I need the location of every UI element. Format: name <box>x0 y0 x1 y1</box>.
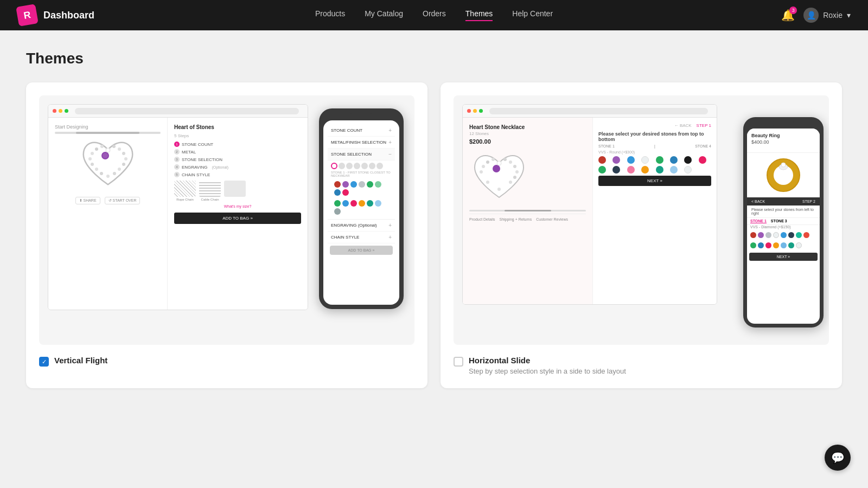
mobile-screen-right: Beauty Ring $400.00 <box>747 129 820 324</box>
stone-7[interactable] <box>684 156 692 164</box>
chat-button[interactable]: 💬 <box>825 445 851 471</box>
theme-card-vertical: Start Designing <box>26 82 427 388</box>
browser-mockup-horizontal: Heart Stone Necklace 12 Stones $200.00 <box>462 104 717 305</box>
product-left-panel-right: Heart Stone Necklace 12 Stones $200.00 <box>463 118 593 304</box>
nav-themes[interactable]: Themes <box>465 9 493 21</box>
chain-cable-image <box>199 181 221 197</box>
stone-11[interactable] <box>627 166 635 174</box>
m-stone-r-10[interactable] <box>758 242 764 248</box>
whats-link[interactable]: What's my size? <box>174 204 301 208</box>
user-menu[interactable]: 👤 Roxie ▾ <box>803 8 851 23</box>
chain-cable-label: Cable Chain <box>199 198 221 201</box>
mobile-add-to-bag[interactable]: ADD TO BAG » <box>330 246 393 255</box>
chain-other-image <box>224 181 246 197</box>
svg-point-27 <box>509 181 512 184</box>
stone-2[interactable] <box>612 156 620 164</box>
chain-rope-image <box>174 181 196 197</box>
stone-6[interactable] <box>670 156 678 164</box>
add-to-bag-desktop[interactable]: ADD TO BAG » <box>174 213 301 224</box>
nav-catalog[interactable]: My Catalog <box>365 9 403 21</box>
svg-point-2 <box>100 145 104 148</box>
svg-point-8 <box>122 163 125 166</box>
tab-product-details[interactable]: Product Details <box>469 217 495 221</box>
stones-grid-right-2 <box>598 166 711 174</box>
chat-icon: 💬 <box>831 451 845 464</box>
step-item-2: 2 METAL <box>174 149 301 155</box>
horizontal-slide-checkbox[interactable] <box>454 357 463 367</box>
nav-products[interactable]: Products <box>315 9 345 21</box>
next-button-right[interactable]: NEXT » <box>598 176 711 186</box>
chain-cable: Cable Chain <box>199 181 221 201</box>
mobile-expand-2[interactable]: + <box>388 139 392 145</box>
mobile-next-right[interactable]: NEXT » <box>749 253 818 261</box>
mobile-stones-row-2 <box>331 198 392 217</box>
m-stone-r-1[interactable] <box>750 232 756 238</box>
svg-point-22 <box>503 158 507 161</box>
mobile-back-right: < BACK <box>751 200 765 203</box>
start-over-button[interactable]: ↺ START OVER <box>105 197 141 204</box>
chain-rope: Rope Chain <box>174 181 196 201</box>
stone-14[interactable] <box>670 166 678 174</box>
m-stone-r-5[interactable] <box>781 232 787 238</box>
product-name-right: Heart Stone Necklace <box>469 124 525 130</box>
m-stone-r-3[interactable] <box>765 232 771 238</box>
notification-badge: 3 <box>789 7 797 14</box>
m-stone-r-4[interactable] <box>773 232 779 238</box>
step-item-4: 4 ENGRAVING (Optional) <box>174 164 301 170</box>
detail-tabs: Product Details Shipping + Returns Custo… <box>469 214 586 221</box>
m-stone-r-7[interactable] <box>796 232 802 238</box>
stone-8[interactable] <box>699 156 706 164</box>
user-dropdown-icon: ▾ <box>847 11 851 20</box>
mobile-expand-3[interactable]: − <box>388 151 392 157</box>
nav-help[interactable]: Help Center <box>512 9 553 21</box>
mobile-expand-5[interactable]: + <box>388 234 392 240</box>
nav-orders[interactable]: Orders <box>423 9 446 21</box>
m-stone-r-15[interactable] <box>796 242 802 248</box>
stone-15[interactable] <box>684 166 692 174</box>
nav-right: 🔔 3 👤 Roxie ▾ <box>781 8 851 23</box>
browser-dot-green-r <box>479 109 483 113</box>
product-slider <box>55 132 161 134</box>
stone-12[interactable] <box>641 166 649 174</box>
mobile-expand-1[interactable]: + <box>388 127 392 133</box>
stone-4[interactable] <box>641 156 649 164</box>
m-stone-r-2[interactable] <box>758 232 764 238</box>
stone-1[interactable] <box>598 156 606 164</box>
stone-3[interactable] <box>627 156 635 164</box>
tab-reviews[interactable]: Customer Reviews <box>536 217 568 221</box>
mobile-step-stone-count: STONE COUNT + <box>328 125 395 137</box>
step-label-1: STONE COUNT <box>182 142 213 147</box>
m-stone-r-11[interactable] <box>765 242 771 248</box>
m-stone-r-12[interactable] <box>773 242 779 248</box>
notification-button[interactable]: 🔔 3 <box>781 9 795 22</box>
m-stone-r-13[interactable] <box>781 242 787 248</box>
stone-10[interactable] <box>612 166 620 174</box>
m-stone-r-14[interactable] <box>788 242 794 248</box>
tab-shipping[interactable]: Shipping + Returns <box>499 217 532 221</box>
theme-check-area-vertical: ✓ Vertical Flight <box>39 356 414 367</box>
stone-nav-2: STONE 4 <box>695 144 711 148</box>
stone-9[interactable] <box>598 166 606 174</box>
svg-point-18 <box>106 148 110 152</box>
m-stone-r-6[interactable] <box>788 232 794 238</box>
step-label: STEP 1 <box>697 123 711 128</box>
svg-point-1 <box>95 147 98 151</box>
stone-nav-1: STONE 1 <box>598 144 615 148</box>
svg-point-9 <box>118 168 121 171</box>
stone-5[interactable] <box>656 156 663 164</box>
stone-label-1: STONE 1 <box>750 219 767 223</box>
step-label-4: ENGRAVING <box>182 165 207 170</box>
svg-point-28 <box>497 188 501 191</box>
vertical-flight-checkbox[interactable]: ✓ <box>39 357 49 367</box>
share-button-mini[interactable]: ⬆ SHARE <box>75 197 100 204</box>
mobile-mockup-horizontal: Beauty Ring $400.00 <box>743 117 824 328</box>
product-left-panel: Start Designing <box>48 118 168 310</box>
m-stone-r-8[interactable] <box>803 232 809 238</box>
svg-point-13 <box>95 168 98 171</box>
mobile-step-stone-sel: STONE SELECTION − <box>328 149 395 160</box>
svg-point-14 <box>91 163 94 166</box>
stone-13[interactable] <box>656 166 663 174</box>
mobile-expand-4[interactable]: + <box>388 222 392 228</box>
m-stone-r-9[interactable] <box>750 242 756 248</box>
brand-logo: R <box>16 4 39 27</box>
